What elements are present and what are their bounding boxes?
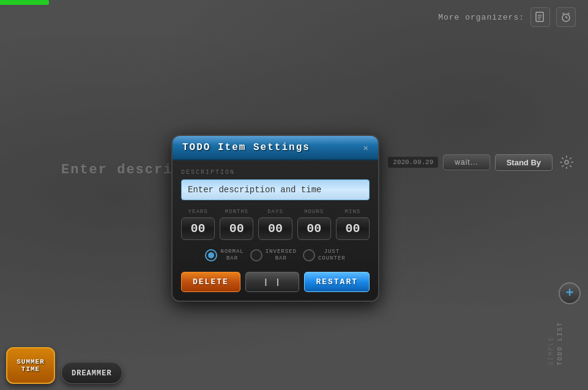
radio-normal-bar[interactable]: NORMALBAR [205, 249, 244, 262]
modal-body: DESCRIPTION YEARS 00 MONTHS 00 DAYS 00 H… [173, 160, 378, 301]
status-bar: 2020.09.29 wait... Stand By [388, 153, 576, 171]
description-label: DESCRIPTION [181, 169, 370, 176]
standby-button[interactable]: Stand By [495, 154, 553, 171]
organizers-area: More organizers: [438, 7, 576, 27]
restart-button[interactable]: RESTART [304, 272, 370, 292]
progress-bar [0, 0, 49, 5]
radio-options-row: NORMALBAR INVERSEDBAR JUSTCOUNTER [181, 249, 370, 262]
datetime-display: 2020.09.29 [388, 157, 438, 168]
hours-input[interactable]: 00 [297, 217, 331, 240]
radio-inversed-bar-indicator [250, 249, 262, 261]
mins-field: MINS 00 [336, 209, 370, 240]
svg-line-7 [562, 13, 564, 14]
summer-time-label: SUMMERTIME [17, 358, 45, 373]
mins-label: MINS [345, 209, 361, 215]
mins-input[interactable]: 00 [336, 217, 370, 240]
todo-list-sidebar-label: TODO LIST [557, 321, 564, 366]
modal-header: TODO Item Settings ✕ [173, 136, 378, 160]
years-input[interactable]: 00 [181, 217, 215, 240]
td-logo: TD [490, 317, 588, 390]
dreammer-widget[interactable]: DREAMMER [61, 362, 122, 384]
svg-point-9 [565, 160, 568, 164]
months-field: MONTHS 00 [220, 209, 253, 240]
radio-just-counter-label: JUSTCOUNTER [318, 249, 346, 262]
modal-overlay: TODO Item Settings ✕ DESCRIPTION YEARS 0… [171, 135, 379, 302]
radio-normal-bar-label: NORMALBAR [220, 249, 244, 262]
organizers-label: More organizers: [438, 13, 524, 22]
simple-sidebar-label: SIMPLE [548, 336, 554, 366]
hours-field: HOURS 00 [297, 209, 331, 240]
radio-inversed-bar[interactable]: INVERSEDBAR [250, 249, 297, 262]
summer-time-widget[interactable]: SUMMERTIME [6, 347, 55, 384]
description-input[interactable] [181, 179, 370, 200]
days-field: DAYS 00 [258, 209, 292, 240]
modal-close-button[interactable]: ✕ [363, 143, 368, 153]
years-label: YEARS [188, 209, 208, 215]
days-input[interactable]: 00 [258, 217, 292, 240]
radio-just-counter-indicator [303, 249, 315, 261]
todo-settings-modal: TODO Item Settings ✕ DESCRIPTION YEARS 0… [171, 135, 379, 302]
days-label: DAYS [267, 209, 283, 215]
alarm-icon[interactable] [556, 7, 576, 27]
months-label: MONTHS [225, 209, 248, 215]
years-field: YEARS 00 [181, 209, 215, 240]
bottom-widgets: SUMMERTIME DREAMMER [6, 347, 122, 384]
document-icon[interactable] [530, 7, 550, 27]
hours-label: HOURS [304, 209, 324, 215]
radio-normal-bar-indicator [205, 249, 217, 261]
wait-button[interactable]: wait... [443, 154, 489, 170]
radio-just-counter[interactable]: JUSTCOUNTER [303, 249, 346, 262]
action-buttons-row: DELETE | | RESTART [181, 272, 370, 292]
modal-title: TODO Item Settings [182, 142, 310, 153]
add-button[interactable]: + [559, 282, 581, 304]
settings-gear-icon[interactable] [557, 153, 576, 171]
months-input[interactable]: 00 [220, 217, 253, 240]
time-fields-row: YEARS 00 MONTHS 00 DAYS 00 HOURS 00 MINS [181, 209, 370, 240]
delete-button[interactable]: DELETE [181, 272, 240, 292]
radio-inversed-bar-label: INVERSEDBAR [266, 249, 297, 262]
pause-button[interactable]: | | [245, 272, 300, 292]
svg-line-8 [568, 13, 570, 14]
dreammer-label: DREAMMER [72, 369, 112, 378]
